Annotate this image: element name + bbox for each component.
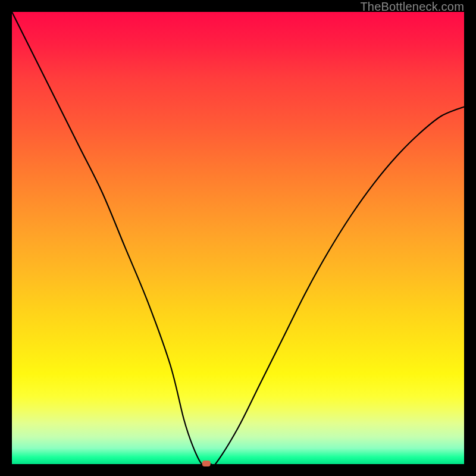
chart-frame: TheBottleneck.com xyxy=(0,0,476,476)
bottleneck-curve xyxy=(12,12,464,466)
chart-svg xyxy=(12,12,464,464)
optimum-marker xyxy=(202,461,211,466)
plot-area xyxy=(12,12,464,464)
